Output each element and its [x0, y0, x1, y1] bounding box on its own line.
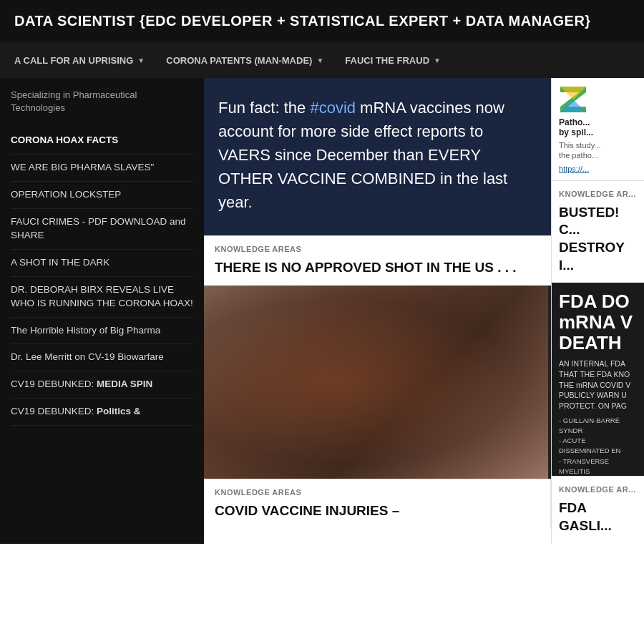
fda-title: FDA DOmRNA VDEATH [559, 291, 638, 353]
center-right: Fun fact: the #covid mRNA vaccines now a… [204, 78, 644, 544]
image-row [204, 286, 551, 479]
knowledge-label-right: KNOWLEDGE AR... [552, 180, 644, 201]
article-title-busted[interactable]: BUSTED! C...DESTROY I... [552, 201, 644, 283]
sidebar-item-lee-merritt[interactable]: Dr. Lee Merritt on CV-19 Biowarfare [11, 344, 193, 371]
sidebar-item-horrible-history[interactable]: The Horrible History of Big Pharma [11, 318, 193, 345]
ad-link[interactable]: https://... [559, 165, 637, 173]
featured-post: Fun fact: the #covid mRNA vaccines now a… [204, 78, 551, 235]
article-title-injuries: COVID VACCINE INJURIES – [215, 502, 540, 520]
fda-list: - GUILLAIN-BARRÉ SYNDR- ACUTE DISSEMINAT… [559, 416, 638, 477]
center-content: Fun fact: the #covid mRNA vaccines now a… [204, 78, 551, 544]
injury-image-left [204, 286, 548, 479]
sidebar-specializing: Specializing in Pharmaceutical Technolog… [11, 89, 193, 114]
right-panel: Patho...by spil... This study...the path… [551, 78, 644, 544]
sidebar-item-shot-dark[interactable]: A SHOT IN THE DARK [11, 250, 193, 277]
bottom-card-injuries[interactable]: KNOWLEDGE AREAS COVID VACCINE INJURIES – [204, 479, 551, 529]
fda-body: AN INTERNAL FDA THAT THE FDA KNO THE mRN… [559, 358, 638, 411]
nav-item-patents[interactable]: CORONA PATENTS (MAN-MADE) ▼ [166, 44, 323, 77]
site-title: DATA SCIENTIST {EDC DEVELOPER + STATISTI… [14, 13, 591, 29]
ad-title: Patho...by spil... [559, 117, 637, 137]
ad-body: This study...the patho... [559, 140, 637, 161]
sidebar: Specializing in Pharmaceutical Technolog… [0, 78, 204, 544]
nav-bar: A CALL FOR AN UPRISING ▼ CORONA PATENTS … [0, 42, 644, 78]
article-title-no-approved: THERE IS NO APPROVED SHOT IN THE US . . … [215, 259, 540, 277]
sidebar-item-big-pharma[interactable]: WE ARE BIG PHARMA SLAVES" [11, 155, 193, 182]
sidebar-item-fauci-crimes[interactable]: FAUCI CRIMES - PDF DOWNLOAD and SHARE [11, 209, 193, 250]
knowledge-label-1: KNOWLEDGE AREAS [215, 245, 540, 253]
ad-logo [559, 85, 637, 114]
z-logo-icon [559, 85, 587, 114]
article-title-fda-gasli[interactable]: FDA GASLI... [552, 497, 644, 543]
main-layout: Specializing in Pharmaceutical Technolog… [0, 78, 644, 544]
site-header: DATA SCIENTIST {EDC DEVELOPER + STATISTI… [0, 0, 644, 42]
sidebar-item-deborah-birx[interactable]: DR. DEBORAH BIRX REVEALS LIVE WHO IS RUN… [11, 277, 193, 318]
article-row-1: KNOWLEDGE AREAS THERE IS NO APPROVED SHO… [204, 235, 551, 286]
article-card-no-approved[interactable]: KNOWLEDGE AREAS THERE IS NO APPROVED SHO… [204, 235, 551, 286]
knowledge-label-bottom-right: KNOWLEDGE AR... [552, 476, 644, 497]
sidebar-item-cv19-politics[interactable]: CV19 DEBUNKED: Politics & [11, 399, 193, 426]
nav-arrow-uprising: ▼ [137, 57, 145, 64]
nav-arrow-patents: ▼ [316, 57, 323, 64]
featured-covid-link[interactable]: #covid [310, 99, 356, 117]
nav-item-fauci[interactable]: FAUCI THE FRAUD ▼ [345, 44, 441, 77]
nav-item-uprising[interactable]: A CALL FOR AN UPRISING ▼ [14, 44, 145, 77]
nav-arrow-fauci: ▼ [434, 57, 441, 64]
sidebar-item-lockstep[interactable]: OPERATION LOCKSTEP [11, 182, 193, 209]
injury-photo [204, 286, 548, 479]
featured-text-before: Fun fact: the [218, 99, 310, 117]
sidebar-item-corona-hoax[interactable]: CORONA HOAX FACTS [11, 127, 193, 155]
bottom-row: KNOWLEDGE AREAS COVID VACCINE INJURIES – [204, 479, 551, 529]
fda-panel: FDA DOmRNA VDEATH AN INTERNAL FDA THAT T… [552, 283, 644, 476]
sidebar-item-cv19-media[interactable]: CV19 DEBUNKED: MEDIA SPIN [11, 371, 193, 399]
right-panel-ad: Patho...by spil... This study...the path… [552, 78, 644, 180]
knowledge-label-bottom-1: KNOWLEDGE AREAS [215, 488, 540, 497]
